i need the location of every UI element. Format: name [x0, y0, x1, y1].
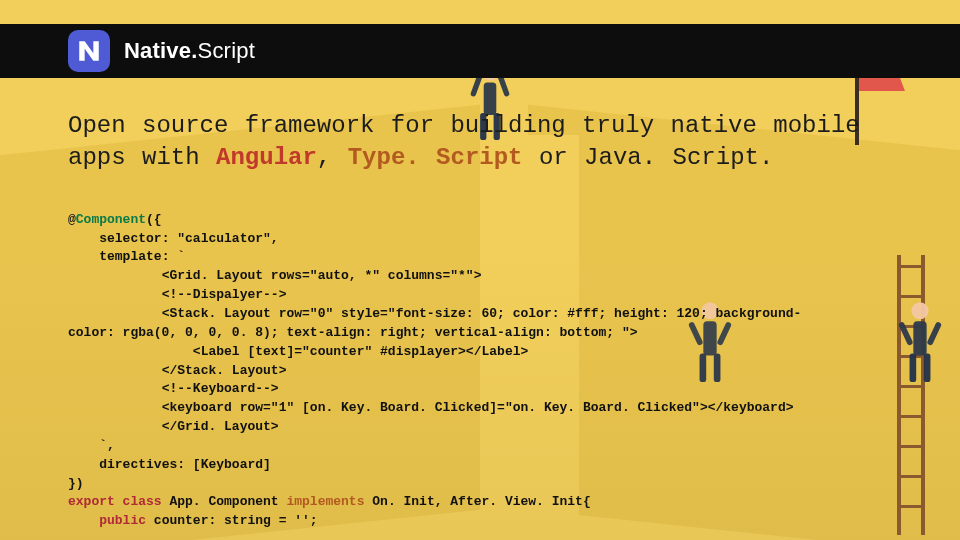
brand-title: Native.Script	[124, 38, 255, 64]
header-bar: Native.Script	[0, 24, 960, 78]
presentation-slide: Native.Script Open source framework for …	[0, 0, 960, 540]
headline-angular: Angular	[216, 144, 317, 171]
slide-content: Open source framework for building truly…	[68, 110, 930, 531]
headline-end: .	[759, 144, 773, 171]
nativescript-logo-icon	[68, 30, 110, 72]
headline-mid: or	[523, 144, 585, 171]
code-block: @Component({ selector: "calculator", tem…	[68, 211, 930, 531]
brand-light: Script	[198, 38, 255, 63]
headline-text: Open source framework for building truly…	[68, 110, 930, 175]
headline-javascript: Java. Script	[584, 144, 759, 171]
headline-comma: ,	[317, 144, 348, 171]
headline-typescript: Type. Script	[348, 144, 523, 171]
brand-bold: Native.	[124, 38, 198, 63]
